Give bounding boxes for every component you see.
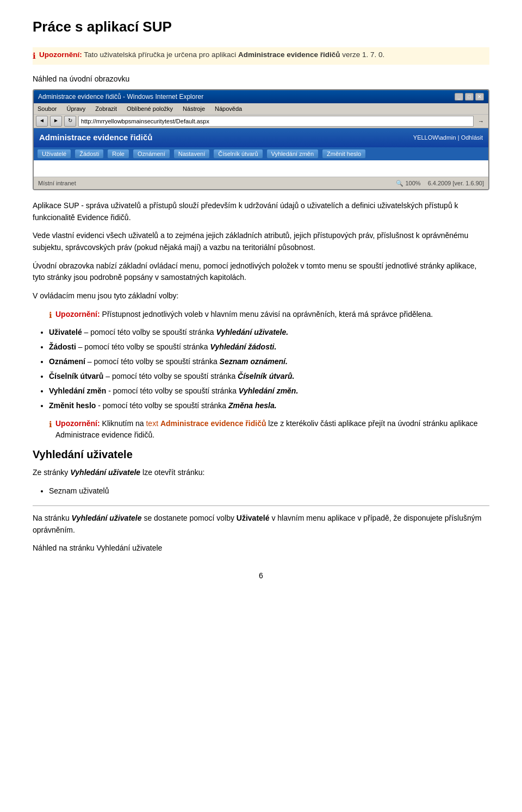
menu-upravy[interactable]: Úpravy xyxy=(65,104,87,114)
nav-vyhledani-zmen[interactable]: Vyhledání změn xyxy=(266,149,319,159)
refresh-button[interactable]: ↻ xyxy=(64,116,76,127)
app-user-info: YELLOW\admin | Odhlásit xyxy=(413,133,483,142)
maximize-button[interactable]: □ xyxy=(465,93,474,101)
bullet-uzivatele: Uživatelé – pomocí této volby se spouští… xyxy=(49,327,489,338)
warning-text-1: Upozornění: Tato uživatelská příručka je… xyxy=(39,49,384,60)
nav-role[interactable]: Role xyxy=(107,149,129,159)
warning-label-1: Upozornění: xyxy=(39,51,82,59)
para-1: Aplikace SUP - správa uživatelů a přístu… xyxy=(33,200,489,223)
warning-link-bold: Administrace evidence řidičů xyxy=(160,419,266,428)
footer-date: 6.4.2009 [ver. 1.6.90] xyxy=(428,180,484,186)
para-2: Vede vlastní evidenci všech uživatelů a … xyxy=(33,230,489,253)
browser-titlebar: Administrace evidence řidičů - Windows I… xyxy=(34,90,488,103)
warning-label-2: Upozornění: xyxy=(55,310,100,318)
app-title: Administrace evidence řidičů xyxy=(39,132,152,144)
browser-title-buttons: _ □ ✕ xyxy=(455,93,484,101)
nav-nastaveni[interactable]: Nastavení xyxy=(173,149,210,159)
page-number: 6 xyxy=(33,570,489,582)
para-3: Úvodní obrazovka nabízí základní ovládac… xyxy=(33,260,489,284)
close-button[interactable]: ✕ xyxy=(475,93,484,101)
warning-label-3: Upozornění: xyxy=(55,419,100,428)
bullet-oznameni: Oznámení – pomocí této volby se spouští … xyxy=(49,356,489,367)
bullet-zmenit-heslo: Změnit heslo - pomocí této volby se spou… xyxy=(49,400,489,411)
bullet-vyhledani-zmen: Vyhledání změn - pomocí této volby se sp… xyxy=(49,385,489,397)
page-title: Práce s aplikací SUP xyxy=(33,16,489,38)
browser-title-text: Administrace evidence řidičů - Windows I… xyxy=(38,92,203,102)
browser-window: Administrace evidence řidičů - Windows I… xyxy=(33,89,489,191)
nav-oznameni[interactable]: Oznámení xyxy=(133,149,170,159)
vyhledani-intro-para: Ze stránky Vyhledání uživatele lze otevř… xyxy=(33,467,489,479)
warning-icon-1: ℹ xyxy=(33,50,36,63)
warning-icon-2: ℹ xyxy=(49,309,52,322)
vyhledani-bullet-seznam: Seznam uživatelů xyxy=(49,485,489,497)
section-rule xyxy=(33,505,489,506)
browser-menu-bar: Soubor Úpravy Zobrazit Oblíbené položky … xyxy=(34,103,488,115)
section-vyhledani-heading: Vyhledání uživatele xyxy=(33,446,489,463)
footer-zoom: 🔍 100% xyxy=(396,180,420,186)
go-button[interactable]: → xyxy=(476,117,486,126)
bullet-ciselnik: Číselník útvarů – pomocí této volby se s… xyxy=(49,371,489,382)
minimize-button[interactable]: _ xyxy=(455,93,463,101)
nav-zadosti[interactable]: Žádosti xyxy=(74,149,104,159)
menu-napoveda[interactable]: Nápověda xyxy=(213,104,244,114)
forward-button[interactable]: ► xyxy=(50,116,62,127)
app-header: Administrace evidence řidičů YELLOW\admi… xyxy=(34,128,488,147)
vyhledani-bullet-list: Seznam uživatelů xyxy=(49,485,489,497)
warning-block-1: ℹ Upozornění: Tato uživatelská příručka … xyxy=(33,47,489,65)
nahled-label: Náhled na úvodní obrazovku xyxy=(33,73,489,85)
warning-text-2: Upozornění: Přístupnost jednotlivých vol… xyxy=(55,309,433,320)
warning-link-text: text xyxy=(146,419,158,428)
menu-soubor[interactable]: Soubor xyxy=(36,104,58,114)
browser-toolbar: ◄ ► ↻ → xyxy=(34,115,488,128)
menu-zobrazit[interactable]: Zobrazit xyxy=(94,104,119,114)
menu-oblibene[interactable]: Oblíbené položky xyxy=(125,104,175,114)
warning-block-3: ℹ Upozornění: Kliknutím na text Administ… xyxy=(49,418,489,441)
nav-zmenit-heslo[interactable]: Změnit heslo xyxy=(322,149,366,159)
footer-intranet: Místní intranet xyxy=(38,179,76,188)
nav-uzivatele[interactable]: Uživatelé xyxy=(37,149,71,159)
address-bar[interactable] xyxy=(78,116,474,127)
app-nav: Uživatelé Žádosti Role Oznámení Nastaven… xyxy=(34,147,488,160)
warning-block-2: ℹ Upozornění: Přístupnost jednotlivých v… xyxy=(49,309,489,322)
bullet-zadosti: Žádosti – pomocí této volby se spouští s… xyxy=(49,341,489,353)
back-button[interactable]: ◄ xyxy=(36,116,48,127)
para-4: V ovládacím menu jsou tyto základní volb… xyxy=(33,290,489,302)
na-stranku-para: Na stránku Vyhledání uživatele se dostan… xyxy=(33,513,489,536)
nahled-label-2: Náhled na stránku Vyhledání uživatele xyxy=(33,542,489,554)
app-screen-body xyxy=(34,160,488,177)
bullet-list: Uživatelé – pomocí této volby se spouští… xyxy=(49,327,489,411)
nav-ciselnik[interactable]: Číselník útvarů xyxy=(213,149,263,159)
warning-text-3: Upozornění: Kliknutím na text Administra… xyxy=(55,418,489,441)
menu-nastroje[interactable]: Nástroje xyxy=(181,104,207,114)
warning-icon-3: ℹ xyxy=(49,419,52,431)
app-footer-bar: Místní intranet 🔍 100% 6.4.2009 [ver. 1.… xyxy=(34,177,488,190)
